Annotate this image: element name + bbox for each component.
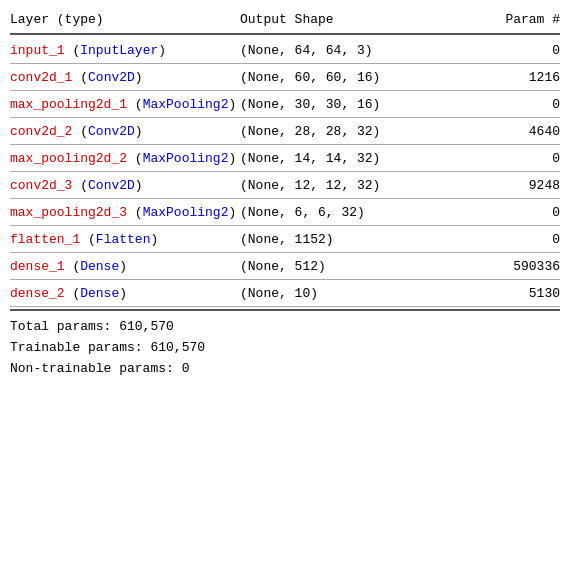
layer-separator: (	[72, 178, 88, 193]
table-row: dense_1 (Dense)(None, 512)590336	[10, 253, 560, 279]
output-shape-cell: (None, 12, 12, 32)	[240, 178, 420, 193]
layer-type-text: Dense	[80, 286, 119, 301]
layer-type-text: Conv2D	[88, 70, 135, 85]
table-row: dense_2 (Dense)(None, 10)5130	[10, 280, 560, 306]
layer-name-text: conv2d_3	[10, 178, 72, 193]
layer-type-text: InputLayer	[80, 43, 158, 58]
layer-close-paren: )	[135, 70, 143, 85]
output-shape-cell: (None, 512)	[240, 259, 420, 274]
layer-name-cell: dense_2 (Dense)	[10, 286, 240, 301]
param-count-cell: 0	[420, 205, 560, 220]
output-shape-cell: (None, 64, 64, 3)	[240, 43, 420, 58]
summary-section: Total params: 610,570 Trainable params: …	[10, 317, 560, 379]
layer-separator: (	[65, 286, 81, 301]
top-double-divider	[10, 33, 560, 35]
param-count-cell: 5130	[420, 286, 560, 301]
param-count-cell: 590336	[420, 259, 560, 274]
layer-name-cell: max_pooling2d_2 (MaxPooling2)	[10, 151, 240, 166]
layer-separator: (	[72, 70, 88, 85]
param-count-cell: 1216	[420, 70, 560, 85]
layer-name-text: dense_2	[10, 286, 65, 301]
output-shape-cell: (None, 10)	[240, 286, 420, 301]
layer-name-cell: input_1 (InputLayer)	[10, 43, 240, 58]
layer-separator: (	[65, 43, 81, 58]
layer-separator: (	[127, 151, 143, 166]
layer-type-text: Flatten	[96, 232, 151, 247]
layer-close-paren: )	[228, 97, 236, 112]
output-shape-cell: (None, 28, 28, 32)	[240, 124, 420, 139]
layer-separator: (	[127, 205, 143, 220]
layer-name-text: flatten_1	[10, 232, 80, 247]
output-shape-cell: (None, 14, 14, 32)	[240, 151, 420, 166]
output-shape-cell: (None, 6, 6, 32)	[240, 205, 420, 220]
layer-close-paren: )	[135, 178, 143, 193]
output-shape-cell: (None, 30, 30, 16)	[240, 97, 420, 112]
layer-type-text: Conv2D	[88, 178, 135, 193]
layer-name-text: max_pooling2d_3	[10, 205, 127, 220]
total-params: Total params: 610,570	[10, 317, 560, 338]
header-param: Param #	[420, 12, 560, 27]
layer-name-text: input_1	[10, 43, 65, 58]
param-count-cell: 0	[420, 43, 560, 58]
table-row: conv2d_1 (Conv2D)(None, 60, 60, 16)1216	[10, 64, 560, 90]
layer-name-cell: dense_1 (Dense)	[10, 259, 240, 274]
layer-name-cell: max_pooling2d_3 (MaxPooling2)	[10, 205, 240, 220]
layer-name-cell: conv2d_1 (Conv2D)	[10, 70, 240, 85]
layer-separator: (	[65, 259, 81, 274]
table-row: max_pooling2d_3 (MaxPooling2)(None, 6, 6…	[10, 199, 560, 225]
table-row: input_1 (InputLayer)(None, 64, 64, 3)0	[10, 37, 560, 63]
table-row: conv2d_2 (Conv2D)(None, 28, 28, 32)4640	[10, 118, 560, 144]
trainable-params: Trainable params: 610,570	[10, 338, 560, 359]
layer-name-cell: flatten_1 (Flatten)	[10, 232, 240, 247]
header-layer: Layer (type)	[10, 12, 240, 27]
layer-name-text: conv2d_1	[10, 70, 72, 85]
layer-separator: (	[72, 124, 88, 139]
layer-name-text: max_pooling2d_2	[10, 151, 127, 166]
model-summary-table: Layer (type) Output Shape Param # input_…	[10, 8, 560, 379]
layer-type-text: Conv2D	[88, 124, 135, 139]
table-header: Layer (type) Output Shape Param #	[10, 8, 560, 31]
row-divider	[10, 306, 560, 307]
header-output: Output Shape	[240, 12, 420, 27]
layer-separator: (	[127, 97, 143, 112]
layer-type-text: MaxPooling2	[143, 97, 229, 112]
layer-type-text: Dense	[80, 259, 119, 274]
table-rows: input_1 (InputLayer)(None, 64, 64, 3)0co…	[10, 37, 560, 307]
layer-name-cell: conv2d_3 (Conv2D)	[10, 178, 240, 193]
layer-type-text: MaxPooling2	[143, 151, 229, 166]
non-trainable-params: Non-trainable params: 0	[10, 359, 560, 380]
param-count-cell: 0	[420, 232, 560, 247]
layer-close-paren: )	[119, 286, 127, 301]
layer-close-paren: )	[228, 205, 236, 220]
table-row: max_pooling2d_1 (MaxPooling2)(None, 30, …	[10, 91, 560, 117]
param-count-cell: 0	[420, 97, 560, 112]
layer-close-paren: )	[119, 259, 127, 274]
layer-separator: (	[80, 232, 96, 247]
layer-name-text: conv2d_2	[10, 124, 72, 139]
layer-close-paren: )	[150, 232, 158, 247]
table-row: conv2d_3 (Conv2D)(None, 12, 12, 32)9248	[10, 172, 560, 198]
layer-close-paren: )	[228, 151, 236, 166]
layer-close-paren: )	[158, 43, 166, 58]
layer-name-text: max_pooling2d_1	[10, 97, 127, 112]
bottom-double-divider	[10, 309, 560, 311]
table-row: max_pooling2d_2 (MaxPooling2)(None, 14, …	[10, 145, 560, 171]
param-count-cell: 9248	[420, 178, 560, 193]
output-shape-cell: (None, 1152)	[240, 232, 420, 247]
output-shape-cell: (None, 60, 60, 16)	[240, 70, 420, 85]
layer-name-text: dense_1	[10, 259, 65, 274]
table-row: flatten_1 (Flatten)(None, 1152)0	[10, 226, 560, 252]
layer-type-text: MaxPooling2	[143, 205, 229, 220]
param-count-cell: 0	[420, 151, 560, 166]
param-count-cell: 4640	[420, 124, 560, 139]
layer-name-cell: conv2d_2 (Conv2D)	[10, 124, 240, 139]
layer-close-paren: )	[135, 124, 143, 139]
layer-name-cell: max_pooling2d_1 (MaxPooling2)	[10, 97, 240, 112]
